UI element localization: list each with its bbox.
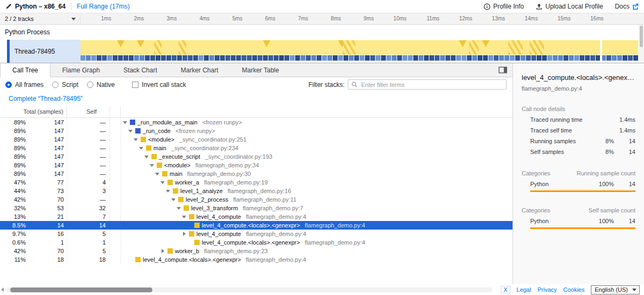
profile-name[interactable]: Python – x86_64 <box>5 3 65 10</box>
thread-activity-graph[interactable] <box>80 40 644 63</box>
footer-link-legal[interactable]: Legal <box>517 286 531 293</box>
main-area: Call TreeFlame GraphStack ChartMarker Ch… <box>0 63 644 284</box>
collapse-icon[interactable] <box>123 120 128 125</box>
tab-marker-chart[interactable]: Marker Chart <box>169 63 230 77</box>
call-tree-row[interactable]: 89%147—mainflamegraph_demo.py:30 <box>0 169 513 178</box>
call-tree-row[interactable]: 42%70—level_2_processflamegraph_demo.py:… <box>0 195 513 204</box>
search-icon <box>352 82 357 87</box>
horizontal-scrollbar[interactable] <box>1 287 492 292</box>
call-tree-row[interactable]: 9.7%165level_4_computeflamegraph_demo.py… <box>0 230 513 238</box>
thread-track-label[interactable]: Thread-78495 <box>0 40 80 63</box>
frame-name: level_2_process <box>186 196 229 203</box>
expand-icon[interactable] <box>182 232 187 237</box>
collapse-icon[interactable] <box>166 189 171 194</box>
sample-segment <box>585 55 590 61</box>
collapse-icon[interactable] <box>182 215 187 219</box>
scroll-left-arrow-icon[interactable] <box>1 287 4 292</box>
call-tree-row[interactable]: 89%147—_run_code<frozen runpy> <box>0 127 513 135</box>
call-tree-row[interactable]: 89%147—main_sync_coordinator.py:234 <box>0 144 513 152</box>
footer-close-button[interactable]: X <box>501 286 510 293</box>
full-range-link[interactable]: Full Range (17ms) <box>77 3 130 10</box>
category-square-icon <box>146 145 151 151</box>
breadcrumb-complete-range[interactable]: Complete “Thread-78495” <box>9 95 83 102</box>
collapse-icon[interactable] <box>134 137 138 142</box>
call-tree-row[interactable]: 11%1818level_4_compute.<locals>.<genexpr… <box>0 255 513 264</box>
sample-segment <box>392 55 397 61</box>
footer-link-cookies[interactable]: Cookies <box>564 286 585 293</box>
self-cell: — <box>67 144 110 152</box>
call-tree-row[interactable]: 44%733level_1_analyzeflamegraph_demo.py:… <box>0 187 513 195</box>
header-spacer <box>110 106 121 117</box>
collapse-icon[interactable] <box>155 172 160 176</box>
total-samples-cell: 73 <box>26 187 67 195</box>
radio-all-frames-label[interactable]: All frames <box>15 81 43 88</box>
tab-marker-table[interactable]: Marker Table <box>230 63 291 77</box>
scrollbar-track[interactable] <box>6 287 492 292</box>
footer-link-privacy[interactable]: Privacy <box>537 286 557 293</box>
collapse-icon[interactable] <box>171 197 176 202</box>
radio-all-frames[interactable] <box>5 82 12 88</box>
tracks-count-dropdown[interactable]: 2 / 2 tracks <box>0 13 80 24</box>
tab-flame-graph[interactable]: Flame Graph <box>50 63 112 77</box>
collapse-icon[interactable] <box>160 180 165 185</box>
process-track-label[interactable]: Python Process <box>0 25 644 40</box>
total-samples-cell: 70 <box>26 247 67 255</box>
call-tree-row[interactable]: 8.5%1414level_4_compute.<locals>.<genexp… <box>0 221 513 230</box>
call-tree-row[interactable]: 89%147—_execute_script_sync_coordinator.… <box>0 152 513 161</box>
invert-call-stack-checkbox[interactable] <box>132 82 138 88</box>
sample-segment <box>172 55 177 61</box>
category-square-icon <box>178 197 184 202</box>
tab-stack-chart[interactable]: Stack Chart <box>112 63 169 77</box>
sample-segment <box>284 55 289 61</box>
docs-label: Docs <box>615 3 630 10</box>
sample-segment <box>295 55 300 61</box>
call-tree-row[interactable]: 89%147—<module>flamegraph_demo.py:34 <box>0 161 513 169</box>
header-total-samples[interactable]: Total (samples) <box>0 106 67 117</box>
header-self[interactable]: Self <box>67 106 110 117</box>
category-square-icon <box>173 188 178 194</box>
sample-segment <box>156 55 160 61</box>
sample-segment <box>376 55 380 61</box>
docs-link[interactable]: Docs <box>615 3 639 10</box>
collapse-icon[interactable] <box>128 129 133 134</box>
sample-segment <box>231 55 236 61</box>
radio-script[interactable] <box>52 82 58 88</box>
spacer-cell <box>110 204 121 212</box>
call-tree-row[interactable]: 89%147—<module>_sync_coordinator.py:251 <box>0 135 513 144</box>
sidebar-toggle-button[interactable] <box>499 63 507 77</box>
collapse-icon[interactable] <box>139 146 144 151</box>
spacer-cell <box>110 238 121 247</box>
collapse-icon[interactable] <box>177 206 181 211</box>
tracks-vertical-scrollbar[interactable] <box>639 25 644 63</box>
collapse-icon[interactable] <box>150 163 155 168</box>
search-input[interactable] <box>360 81 503 88</box>
category-color-bar <box>530 190 635 192</box>
marker-hatch-region <box>179 40 187 55</box>
call-tree-row[interactable]: 32%5332level_3_transformflamegraph_demo.… <box>0 204 513 212</box>
frame-cell: level_1_analyzeflamegraph_demo.py:16 <box>121 188 513 194</box>
call-tree-row[interactable]: 13%217level_4_computeflamegraph_demo.py:… <box>0 212 513 221</box>
call-tree-row[interactable]: 47%774worker_aflamegraph_demo.py:19 <box>0 178 513 187</box>
profile-info-button[interactable]: Profile Info <box>484 3 524 10</box>
call-tree-row[interactable]: 89%147—_run_module_as_main<frozen runpy> <box>0 118 513 127</box>
invert-call-stack-label[interactable]: Invert call stack <box>142 81 186 88</box>
radio-native-label[interactable]: Native <box>97 81 115 88</box>
radio-script-label[interactable]: Script <box>62 81 78 88</box>
frame-cell: level_2_processflamegraph_demo.py:11 <box>121 196 513 203</box>
stack-search-box[interactable] <box>348 79 507 90</box>
call-tree-row[interactable]: 0.6%11level_4_compute.<locals>.<genexpr>… <box>0 238 513 247</box>
radio-native[interactable] <box>87 82 93 88</box>
category-square-icon <box>141 137 146 142</box>
language-select[interactable]: English (US) <box>591 285 640 294</box>
tab-call-tree[interactable]: Call Tree <box>0 63 50 77</box>
scrollbar-thumb[interactable] <box>10 287 152 292</box>
language-select-value: English (US) <box>595 286 628 293</box>
collapse-icon[interactable] <box>144 154 149 159</box>
expand-icon[interactable] <box>160 249 165 254</box>
upload-profile-button[interactable]: Upload Local Profile <box>536 3 603 10</box>
frame-name: worker_b <box>175 248 199 254</box>
call-tree-row[interactable]: 42%705worker_bflamegraph_demo.py:23 <box>0 247 513 255</box>
tick-label: 15ms <box>540 13 573 24</box>
sample-segment <box>424 55 429 61</box>
scrollbar-thumb[interactable] <box>640 26 643 47</box>
